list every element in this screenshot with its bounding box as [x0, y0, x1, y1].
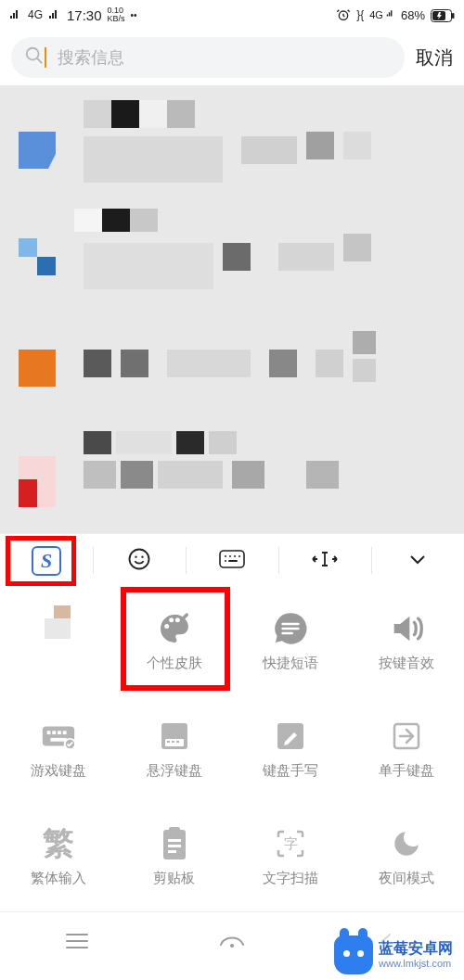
message-list[interactable]	[0, 85, 464, 533]
grid-label: 夜间模式	[379, 870, 434, 887]
text-scan-icon: 字	[272, 825, 309, 862]
speaker-icon	[388, 610, 425, 647]
svg-rect-8	[220, 551, 244, 567]
grid-label: 游戏键盘	[31, 762, 86, 780]
sogou-logo-icon: S	[32, 546, 61, 576]
watermark-url: www.lmkjst.com	[379, 958, 453, 970]
game-keyboard-icon	[40, 718, 77, 755]
list-item[interactable]	[0, 201, 464, 312]
svg-point-12	[238, 555, 240, 557]
nav-home-button[interactable]	[204, 923, 260, 960]
grid-item-traditional[interactable]: 繁 繁体输入	[0, 802, 116, 910]
ime-toolbar: S	[0, 533, 464, 587]
svg-point-13	[225, 560, 226, 562]
grid-label: 文字扫描	[263, 870, 318, 887]
grid-label: 繁体输入	[31, 870, 86, 887]
list-item[interactable]	[0, 312, 464, 424]
app-icon	[19, 238, 56, 275]
grid-item-clipboard[interactable]: 剪贴板	[116, 802, 232, 910]
svg-point-4	[27, 48, 39, 60]
search-icon	[24, 45, 45, 70]
battery-percent: 68%	[401, 8, 425, 22]
grid-item-nightmode[interactable]: 夜间模式	[348, 802, 464, 910]
collapse-keyboard-button[interactable]	[371, 534, 464, 587]
ime-logo-button[interactable]: S	[0, 534, 93, 587]
search-row: 取消	[0, 30, 464, 85]
cursor-move-icon	[310, 548, 340, 574]
alarm-icon	[336, 7, 351, 23]
watermark: 蓝莓安卓网 www.lmkjst.com	[330, 934, 457, 976]
emoji-button[interactable]	[93, 534, 186, 587]
status-dots: ••	[131, 10, 137, 20]
grid-label: 按键音效	[379, 655, 434, 672]
grid-item-textscan[interactable]: 字 文字扫描	[232, 802, 348, 910]
grid-item-onehand[interactable]: 单手键盘	[348, 694, 464, 802]
keyboard-switch-button[interactable]	[186, 534, 278, 587]
chat-lines-icon	[272, 610, 309, 647]
handwrite-icon	[272, 718, 309, 755]
clipboard-icon	[156, 825, 193, 862]
moon-icon	[388, 825, 425, 862]
svg-point-7	[141, 555, 143, 557]
watermark-logo-icon	[334, 935, 373, 974]
grid-label: 剪贴板	[153, 870, 195, 887]
emoji-icon	[126, 546, 152, 576]
svg-point-11	[234, 555, 236, 557]
battery-charging-icon	[431, 7, 455, 22]
svg-point-5	[130, 549, 149, 568]
signal-4g-label-1: 4G	[28, 8, 43, 21]
signal-icon-2	[48, 8, 61, 22]
svg-rect-14	[228, 560, 238, 562]
svg-rect-17	[52, 731, 56, 734]
svg-point-9	[225, 555, 226, 557]
svg-rect-26	[176, 741, 179, 743]
cancel-button[interactable]: 取消	[416, 45, 453, 70]
svg-rect-32	[168, 845, 181, 847]
grid-item-handwrite[interactable]: 键盘手写	[232, 694, 348, 802]
status-time: 17:30	[67, 7, 102, 23]
onehand-icon	[388, 718, 425, 755]
svg-rect-2	[452, 13, 455, 19]
grid-item-recent[interactable]	[0, 587, 116, 694]
grid-label: 快捷短语	[263, 655, 318, 672]
signal-4g-label-2: 4G	[369, 8, 395, 20]
svg-rect-19	[62, 731, 66, 734]
grid-label: 悬浮键盘	[147, 762, 202, 780]
app-icon	[19, 456, 56, 507]
svg-rect-16	[46, 731, 50, 734]
svg-point-35	[230, 944, 234, 948]
status-bar: 4G 17:30 0.10KB/s •• }{ 4G 68%	[0, 0, 464, 30]
search-box[interactable]	[11, 37, 405, 78]
app-icon	[19, 132, 56, 169]
vibrate-icon: }{	[356, 8, 364, 21]
float-keyboard-icon	[156, 718, 193, 755]
keyboard-icon	[218, 548, 246, 574]
svg-rect-25	[172, 741, 174, 743]
grid-item-quickphrase[interactable]: 快捷短语	[232, 587, 348, 694]
palette-icon	[156, 610, 193, 647]
signal-icon-1	[9, 8, 22, 22]
grid-label: 单手键盘	[379, 762, 434, 780]
svg-text:字: 字	[283, 836, 297, 851]
nav-recent-button[interactable]	[49, 923, 105, 960]
grid-label: 键盘手写	[263, 762, 318, 780]
list-item[interactable]	[0, 85, 464, 201]
svg-rect-30	[169, 827, 180, 834]
app-icon	[19, 350, 56, 387]
grid-label: 个性皮肤	[147, 655, 202, 672]
grid-item-floatkeyboard[interactable]: 悬浮键盘	[116, 694, 232, 802]
svg-rect-24	[167, 741, 170, 743]
svg-rect-20	[50, 737, 66, 741]
svg-point-6	[135, 555, 136, 557]
grid-item-keysound[interactable]: 按键音效	[348, 587, 464, 694]
traditional-icon: 繁	[40, 825, 77, 862]
grid-item-gamekeyboard[interactable]: 游戏键盘	[0, 694, 116, 802]
net-speed: 0.10KB/s	[108, 6, 125, 23]
list-item[interactable]	[0, 424, 464, 533]
svg-rect-31	[168, 839, 181, 842]
text-cursor	[45, 47, 46, 68]
cursor-move-button[interactable]	[278, 534, 371, 587]
search-input[interactable]	[58, 48, 392, 68]
grid-item-skin[interactable]: 个性皮肤	[116, 587, 232, 694]
svg-rect-18	[58, 731, 61, 734]
